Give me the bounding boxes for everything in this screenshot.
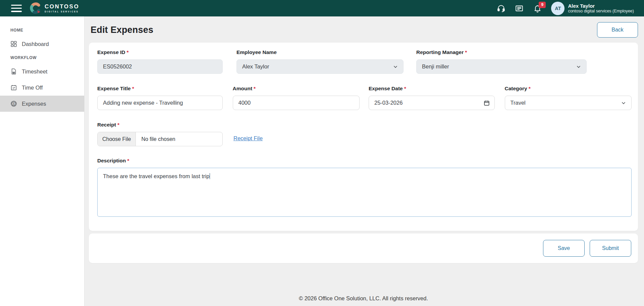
bell-notifications-icon[interactable]: 9 bbox=[533, 4, 542, 13]
sidebar: HOME Dashboard WORKFLOW Timesheet bbox=[0, 16, 85, 306]
required-asterisk: * bbox=[529, 86, 531, 91]
sidebar-item-label: Time Off bbox=[22, 85, 43, 91]
expense-date-value: 25-03-2026 bbox=[374, 100, 402, 106]
category-select[interactable]: Travel bbox=[505, 96, 632, 110]
sidebar-section-home: HOME bbox=[0, 24, 84, 36]
employee-name-select[interactable]: Alex Taylor bbox=[236, 59, 404, 74]
choose-file-button[interactable]: Choose File bbox=[98, 132, 136, 146]
sidebar-item-timesheet[interactable]: Timesheet bbox=[0, 63, 84, 80]
description-label: Description* bbox=[97, 158, 632, 164]
required-asterisk: * bbox=[404, 86, 406, 91]
expense-form-card: Expense ID* Employee Name Alex Taylor Re… bbox=[89, 43, 638, 231]
required-asterisk: * bbox=[117, 122, 119, 128]
brand-tagline: DIGITAL SERVICES bbox=[45, 10, 79, 13]
calendar-icon bbox=[10, 84, 17, 91]
coin-dollar-icon: $ bbox=[10, 100, 17, 107]
brand-logo: CONTOSO DIGITAL SERVICES bbox=[29, 2, 79, 15]
description-text: These are the travel expenses from last … bbox=[103, 173, 209, 179]
required-asterisk: * bbox=[132, 86, 134, 91]
save-button[interactable]: Save bbox=[543, 240, 585, 257]
brand-name: CONTOSO bbox=[45, 4, 79, 9]
required-asterisk: * bbox=[254, 86, 256, 91]
expense-date-field[interactable]: 25-03-2026 bbox=[369, 96, 495, 110]
receipt-file-input[interactable]: Choose File No file chosen bbox=[97, 132, 223, 146]
timesheet-file-icon bbox=[10, 68, 17, 75]
sidebar-item-label: Dashboard bbox=[22, 41, 49, 47]
description-textarea[interactable]: These are the travel expenses from last … bbox=[97, 168, 632, 217]
news-feed-icon[interactable] bbox=[515, 4, 524, 13]
sidebar-item-timeoff[interactable]: Time Off bbox=[0, 80, 84, 96]
reporting-manager-select[interactable]: Benji miller bbox=[416, 59, 587, 74]
hamburger-menu-icon[interactable] bbox=[11, 5, 22, 12]
chevron-down-icon bbox=[621, 100, 627, 106]
expense-date-label: Expense Date* bbox=[369, 86, 495, 92]
user-menu[interactable]: AT Alex Taylor contoso digital services … bbox=[551, 2, 634, 15]
file-status-text: No file chosen bbox=[136, 132, 180, 146]
user-role: contoso digital services (Employee) bbox=[568, 9, 634, 14]
sidebar-section-workflow: WORKFLOW bbox=[0, 52, 84, 63]
calendar-picker-icon[interactable] bbox=[484, 100, 490, 106]
sidebar-item-label: Expenses bbox=[22, 101, 46, 107]
reporting-manager-value: Benji miller bbox=[422, 63, 449, 70]
avatar: AT bbox=[551, 2, 565, 15]
reporting-manager-label: Reporting Manager* bbox=[416, 49, 587, 55]
page-title: Edit Expenses bbox=[91, 25, 153, 35]
category-value: Travel bbox=[511, 100, 526, 106]
receipt-file-link[interactable]: Receipt File bbox=[233, 135, 263, 142]
expense-id-label: Expense ID* bbox=[97, 49, 223, 55]
sidebar-item-label: Timesheet bbox=[22, 68, 47, 75]
submit-button[interactable]: Submit bbox=[590, 240, 631, 257]
form-actions-card: Save Submit bbox=[89, 234, 638, 263]
amount-field[interactable] bbox=[233, 96, 360, 110]
headset-support-icon[interactable] bbox=[497, 4, 505, 13]
required-asterisk: * bbox=[127, 49, 129, 55]
text-caret bbox=[210, 173, 210, 179]
notification-count-badge: 9 bbox=[539, 2, 546, 8]
employee-name-value: Alex Taylor bbox=[242, 63, 269, 70]
employee-name-label: Employee Name bbox=[236, 49, 404, 55]
back-button[interactable]: Back bbox=[597, 22, 638, 38]
amount-label: Amount* bbox=[233, 86, 360, 92]
svg-text:$: $ bbox=[13, 102, 15, 105]
receipt-label: Receipt* bbox=[97, 122, 263, 128]
chevron-down-icon bbox=[392, 64, 398, 70]
dashboard-grid-icon bbox=[10, 41, 17, 47]
chevron-down-icon bbox=[576, 64, 582, 70]
sidebar-item-expenses[interactable]: $ Expenses bbox=[0, 96, 84, 112]
topbar: CONTOSO DIGITAL SERVICES bbox=[0, 0, 644, 16]
required-asterisk: * bbox=[465, 49, 467, 55]
user-name: Alex Taylor bbox=[568, 3, 634, 9]
expense-title-label: Expense Title* bbox=[97, 86, 223, 92]
expense-id-field[interactable] bbox=[97, 59, 223, 74]
category-label: Category* bbox=[505, 86, 632, 92]
sidebar-item-dashboard[interactable]: Dashboard bbox=[0, 36, 84, 52]
expense-title-field[interactable] bbox=[97, 96, 223, 110]
required-asterisk: * bbox=[127, 158, 129, 163]
contoso-logo-icon bbox=[29, 2, 42, 15]
copyright-footer: © 2026 Office One Solution, LLC. All rig… bbox=[89, 295, 638, 302]
